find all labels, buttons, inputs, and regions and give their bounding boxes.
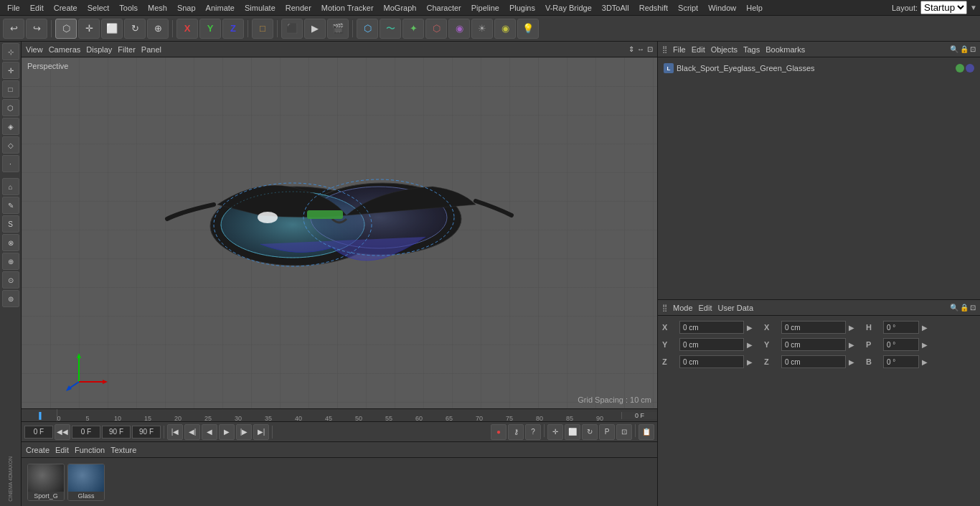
move-btn[interactable]: ✛ bbox=[78, 19, 100, 39]
y-axis-btn[interactable]: Y bbox=[199, 19, 221, 39]
left-btn-2[interactable]: ✛ bbox=[2, 62, 19, 79]
menu-mesh[interactable]: Mesh bbox=[143, 2, 171, 14]
record-btn[interactable]: ● bbox=[491, 424, 507, 440]
light-btn[interactable]: 💡 bbox=[517, 19, 539, 39]
attr-h-val[interactable] bbox=[883, 321, 919, 334]
attr-x-pos[interactable] bbox=[679, 321, 744, 334]
field-btn[interactable]: ◉ bbox=[448, 19, 470, 39]
material-swatch-2[interactable]: Glass bbox=[67, 464, 105, 501]
spline-btn[interactable]: 〜 bbox=[380, 19, 401, 39]
total-frames-field[interactable] bbox=[132, 426, 161, 439]
rotate-btn[interactable]: ↻ bbox=[124, 19, 146, 39]
attr-edit[interactable]: Edit bbox=[699, 304, 712, 312]
render-btn[interactable]: 🎬 bbox=[327, 19, 349, 39]
menu-render[interactable]: Render bbox=[281, 2, 316, 14]
obj-manager-tags[interactable]: Tags bbox=[743, 45, 760, 54]
menu-redshift[interactable]: Redshift bbox=[635, 2, 672, 14]
transform-btn[interactable]: ⊕ bbox=[147, 19, 169, 39]
current-frame-field[interactable] bbox=[72, 426, 100, 439]
left-btn-9[interactable]: ✎ bbox=[2, 197, 19, 214]
attr-z-rot[interactable] bbox=[781, 355, 846, 368]
obj-dot-render[interactable] bbox=[966, 64, 974, 72]
menu-plugins[interactable]: Plugins bbox=[505, 2, 540, 14]
start-frame-field[interactable] bbox=[24, 426, 53, 439]
next-key-btn[interactable]: |▶ bbox=[236, 424, 252, 440]
attr-z-pos[interactable] bbox=[679, 355, 744, 368]
viewport-expand-icon[interactable]: ⊡ bbox=[647, 45, 653, 53]
object-mode-btn[interactable]: □ bbox=[252, 19, 273, 39]
select-btn[interactable]: ⬡ bbox=[55, 19, 77, 39]
left-btn-14[interactable]: ⊚ bbox=[2, 290, 19, 307]
obj-manager-bookmarks[interactable]: Bookmarks bbox=[765, 45, 805, 54]
x-axis-btn[interactable]: X bbox=[176, 19, 198, 39]
left-btn-13[interactable]: ⊙ bbox=[2, 271, 19, 289]
param-key-btn[interactable]: P bbox=[599, 424, 615, 440]
layout-dropdown[interactable]: Startup bbox=[920, 1, 967, 14]
menu-help[interactable]: Help bbox=[742, 2, 767, 14]
attr-p-val[interactable] bbox=[883, 338, 919, 351]
attr-b-val[interactable] bbox=[883, 355, 919, 368]
viewport-menu-display[interactable]: Display bbox=[86, 45, 112, 54]
obj-manager-lock-icon[interactable]: 🔒 bbox=[960, 45, 969, 53]
left-btn-11[interactable]: ⊗ bbox=[2, 234, 19, 251]
obj-manager-file[interactable]: File bbox=[673, 45, 686, 54]
menu-pipeline[interactable]: Pipeline bbox=[467, 2, 504, 14]
left-btn-6[interactable]: ◇ bbox=[2, 136, 19, 154]
key-all-btn[interactable]: ? bbox=[525, 424, 541, 440]
menu-script[interactable]: Script bbox=[674, 2, 702, 14]
nurbs-btn[interactable]: ✦ bbox=[402, 19, 424, 39]
obj-dot-visible[interactable] bbox=[956, 64, 964, 72]
menu-tools[interactable]: Tools bbox=[115, 2, 142, 14]
goto-end-btn[interactable]: ▶| bbox=[253, 424, 269, 440]
attr-user-data[interactable]: User Data bbox=[718, 304, 754, 312]
menu-create[interactable]: Create bbox=[50, 2, 82, 14]
attr-h-btn[interactable]: ▶ bbox=[922, 324, 936, 332]
attr-mode[interactable]: Mode bbox=[673, 304, 693, 312]
menu-mograph[interactable]: MoGraph bbox=[380, 2, 421, 14]
obj-manager-objects[interactable]: Objects bbox=[711, 45, 738, 54]
render-region-btn[interactable]: ⬛ bbox=[281, 19, 303, 39]
material-swatch-1[interactable]: Sport_G bbox=[27, 464, 65, 501]
menu-snap[interactable]: Snap bbox=[173, 2, 200, 14]
material-function[interactable]: Function bbox=[75, 446, 105, 454]
undo-btn[interactable]: ↩ bbox=[3, 19, 24, 39]
viewport-menu-view[interactable]: View bbox=[26, 45, 43, 54]
z-axis-btn[interactable]: Z bbox=[222, 19, 244, 39]
obj-manager-edit[interactable]: Edit bbox=[692, 45, 705, 54]
rotate-key-btn[interactable]: ↻ bbox=[582, 424, 598, 440]
viewport-menu-filter[interactable]: Filter bbox=[118, 45, 135, 54]
attr-search-icon[interactable]: 🔍 bbox=[950, 304, 958, 311]
attr-p-btn[interactable]: ▶ bbox=[922, 341, 936, 349]
attr-lock-icon[interactable]: 🔒 bbox=[960, 304, 969, 311]
left-btn-1[interactable]: ⊹ bbox=[2, 43, 19, 60]
menu-motion-tracker[interactable]: Motion Tracker bbox=[317, 2, 378, 14]
material-edit[interactable]: Edit bbox=[55, 446, 69, 454]
timeline-btn[interactable]: 📋 bbox=[639, 424, 654, 440]
prev-key-btn[interactable]: ◀| bbox=[184, 424, 200, 440]
attr-x-btn[interactable]: ▶ bbox=[747, 324, 761, 332]
attr-z-btn[interactable]: ▶ bbox=[747, 358, 761, 366]
playback-prev-frame-btn[interactable]: ◀◀ bbox=[55, 424, 70, 440]
timeline[interactable]: ▐ 0 5 10 15 20 25 30 35 40 45 50 55 60 6… bbox=[22, 408, 657, 421]
attr-y-pos[interactable] bbox=[679, 338, 744, 351]
left-btn-8[interactable]: ⌂ bbox=[2, 178, 19, 195]
menu-edit[interactable]: Edit bbox=[26, 2, 48, 14]
menu-character[interactable]: Character bbox=[422, 2, 465, 14]
left-btn-3[interactable]: □ bbox=[2, 80, 19, 98]
auto-key-btn[interactable]: ⚷ bbox=[508, 424, 524, 440]
obj-manager-expand-icon[interactable]: ⊡ bbox=[970, 45, 976, 53]
scale-tool-btn[interactable]: ⬜ bbox=[101, 19, 123, 39]
scale-key-btn[interactable]: ⬜ bbox=[565, 424, 580, 440]
obj-row-glasses[interactable]: L Black_Sport_Eyeglass_Green_Glasses bbox=[661, 60, 977, 76]
timeline-ruler[interactable]: 0 5 10 15 20 25 30 35 40 45 50 55 60 65 … bbox=[57, 409, 621, 422]
menu-simulate[interactable]: Simulate bbox=[240, 2, 280, 14]
left-btn-4[interactable]: ⬡ bbox=[2, 99, 19, 116]
point-key-btn[interactable]: ⊡ bbox=[616, 424, 632, 440]
menu-3dtoall[interactable]: 3DToAll bbox=[598, 2, 633, 14]
menu-select[interactable]: Select bbox=[83, 2, 114, 14]
attr-y2-btn[interactable]: ▶ bbox=[849, 341, 863, 349]
attr-x2-btn[interactable]: ▶ bbox=[849, 324, 863, 332]
menu-animate[interactable]: Animate bbox=[202, 2, 239, 14]
environment-btn[interactable]: ☀ bbox=[471, 19, 493, 39]
attr-x-rot[interactable] bbox=[781, 321, 846, 334]
